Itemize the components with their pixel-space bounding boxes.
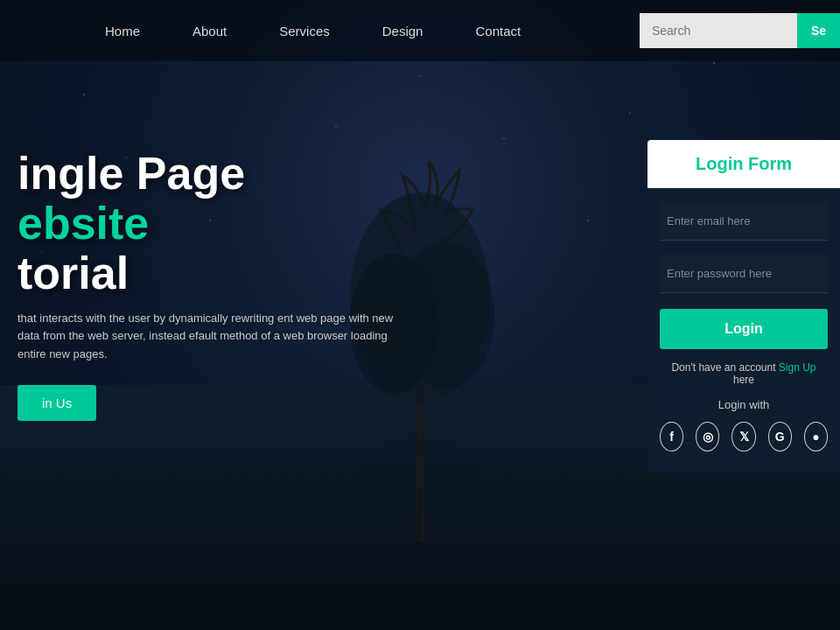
login-button[interactable]: Login — [660, 309, 828, 349]
login-title: Login Form — [648, 140, 840, 188]
hero-description: that interacts with the user by dynamica… — [18, 310, 411, 364]
svg-point-2 — [398, 241, 494, 389]
login-with-label: Login with — [660, 398, 828, 411]
password-input[interactable] — [660, 255, 828, 293]
nav-item-home[interactable]: Home — [105, 24, 140, 38]
hero-line2: ebsite — [18, 198, 149, 248]
join-button[interactable]: in Us — [18, 385, 96, 421]
nav-search: Se — [640, 13, 840, 48]
hero-section: ingle Page ebsite torial that interacts … — [18, 149, 411, 421]
google-icon[interactable]: G — [768, 422, 792, 452]
signup-link[interactable]: Sign Up — [779, 361, 816, 374]
nav-item-about[interactable]: About — [192, 24, 227, 38]
nav-item-services[interactable]: Services — [279, 24, 330, 38]
facebook-icon[interactable]: f — [660, 422, 683, 452]
login-panel: Login Form Login Don't have an account S… — [648, 140, 840, 472]
email-input[interactable] — [660, 202, 828, 241]
nav-links: Home About Services Design Contact — [105, 24, 640, 38]
nav-item-contact[interactable]: Contact — [475, 24, 521, 38]
login-body: Login Don't have an account Sign Up here… — [648, 188, 840, 452]
no-account-text: Don't have an account — [671, 361, 775, 374]
twitter-icon[interactable]: 𝕏 — [732, 422, 755, 452]
signup-prompt: Don't have an account Sign Up here — [660, 361, 828, 386]
navbar: Home About Services Design Contact Se — [0, 0, 840, 61]
search-input[interactable] — [640, 13, 797, 48]
nav-item-design[interactable]: Design — [382, 24, 424, 38]
other-icon[interactable]: ● — [804, 422, 828, 452]
instagram-icon[interactable]: ◎ — [696, 422, 719, 452]
hero-line3: torial — [18, 248, 129, 298]
hero-title: ingle Page ebsite torial — [18, 149, 411, 299]
signup-suffix: here — [733, 374, 754, 386]
search-button[interactable]: Se — [797, 13, 840, 48]
hero-line1: ingle Page — [18, 148, 245, 199]
social-icons: f ◎ 𝕏 G ● — [660, 422, 828, 452]
